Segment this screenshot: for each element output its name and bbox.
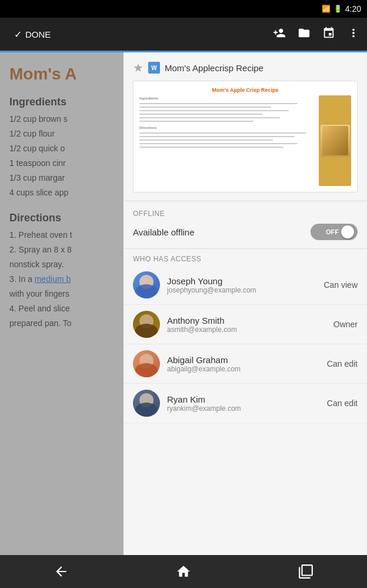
- person-role-anthony: Owner: [333, 320, 358, 329]
- avatar-ryan: [133, 390, 160, 417]
- more-icon[interactable]: [347, 26, 360, 42]
- access-section: WHO HAS ACCESS: [124, 249, 367, 265]
- person-info-anthony: Anthony Smith asmith@example.com: [167, 315, 326, 334]
- back-button[interactable]: [44, 555, 79, 588]
- check-icon: ✓: [14, 29, 22, 40]
- nav-bar: [0, 555, 367, 588]
- person-role-ryan: Can edit: [327, 398, 358, 408]
- person-info-ryan: Ryan Kim ryankim@example.com: [167, 394, 320, 413]
- doc-preview-title: Mom's Applecrisp Recipe: [165, 63, 263, 73]
- done-button[interactable]: ✓ DONE: [7, 24, 58, 45]
- status-bar: 📶 🔋 4:20: [0, 0, 367, 18]
- home-button[interactable]: [166, 555, 201, 588]
- star-icon[interactable]: ★: [133, 61, 144, 75]
- person-info-joseph: Joseph Young josephyoung@example.com: [167, 276, 316, 294]
- person-name-joseph: Joseph Young: [167, 276, 316, 286]
- wifi-icon: 📶: [322, 5, 331, 13]
- avatar-anthony: [133, 311, 160, 338]
- avatar-abigail: [133, 350, 160, 377]
- pin-icon[interactable]: [322, 26, 335, 42]
- folder-icon[interactable]: [298, 26, 311, 42]
- add-person-icon[interactable]: [273, 26, 286, 42]
- person-name-abigail: Abigail Graham: [167, 355, 320, 365]
- status-icons: 📶 🔋 4:20: [322, 4, 361, 14]
- offline-label: OFFLINE: [133, 210, 358, 218]
- person-row: Abigail Graham abigailg@example.com Can …: [124, 344, 367, 384]
- toolbar: ✓ DONE: [0, 18, 367, 51]
- person-row: Anthony Smith asmith@example.com Owner: [124, 305, 367, 344]
- toggle-label: OFF: [326, 228, 339, 235]
- offline-section: OFFLINE Available offline OFF: [124, 201, 367, 248]
- person-info-abigail: Abigail Graham abigailg@example.com: [167, 355, 320, 373]
- overlay-dim: [0, 52, 124, 555]
- battery-icon: 🔋: [333, 5, 342, 13]
- person-role-abigail: Can edit: [327, 359, 358, 368]
- person-role-joseph: Can view: [323, 280, 358, 290]
- person-email-abigail: abigailg@example.com: [167, 365, 320, 373]
- person-row: Ryan Kim ryankim@example.com Can edit: [124, 384, 367, 423]
- done-label: DONE: [25, 29, 51, 39]
- person-name-anthony: Anthony Smith: [167, 315, 326, 325]
- offline-toggle[interactable]: OFF: [311, 224, 358, 240]
- doc-thumbnail: Mom's Apple Crisp Recipe Ingredients Dir: [133, 81, 358, 192]
- thumb-title: Mom's Apple Crisp Recipe: [139, 87, 351, 93]
- recents-button[interactable]: [288, 555, 323, 588]
- toolbar-actions: [273, 26, 360, 42]
- main-area: Mom's A Ingredients 1/2 cup brown s 1/2 …: [0, 52, 367, 555]
- document-panel: Mom's A Ingredients 1/2 cup brown s 1/2 …: [0, 52, 124, 555]
- avatar-joseph: [133, 271, 160, 298]
- status-time: 4:20: [345, 4, 361, 14]
- doc-preview-header: ★ W Mom's Applecrisp Recipe: [124, 52, 367, 81]
- access-label: WHO HAS ACCESS: [133, 255, 358, 263]
- people-list: Joseph Young josephyoung@example.com Can…: [124, 265, 367, 555]
- person-email-anthony: asmith@example.com: [167, 325, 326, 334]
- doc-type-icon: W: [148, 62, 160, 74]
- offline-row: Available offline OFF: [133, 224, 358, 240]
- person-email-joseph: josephyoung@example.com: [167, 286, 316, 294]
- person-name-ryan: Ryan Kim: [167, 394, 320, 404]
- available-offline-text: Available offline: [133, 227, 195, 237]
- person-row: Joseph Young josephyoung@example.com Can…: [124, 265, 367, 305]
- toggle-knob: [341, 225, 354, 238]
- share-panel: ★ W Mom's Applecrisp Recipe Mom's Apple …: [124, 52, 367, 555]
- person-email-ryan: ryankim@example.com: [167, 404, 320, 413]
